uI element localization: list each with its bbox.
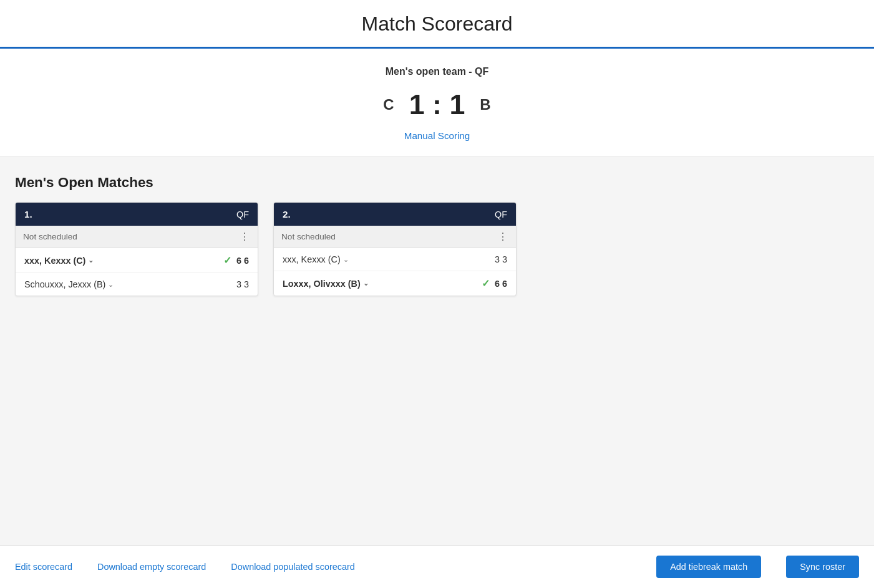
- match-menu-1[interactable]: ⋮: [240, 231, 250, 243]
- chevron-icon: ⌄: [343, 256, 349, 264]
- sync-roster-button[interactable]: Sync roster: [786, 556, 859, 578]
- match-num-2: 2.: [283, 209, 291, 219]
- player-name-1-2[interactable]: Schouxxx, Jexxx (B) ⌄: [24, 279, 114, 289]
- match-schedule-row-1: Not scheduled⋮: [16, 226, 258, 248]
- match-card-2: 2.QFNot scheduled⋮xxx, Kexxx (C) ⌄3 3Lox…: [273, 202, 517, 296]
- match-card-header-1: 1.QF: [16, 203, 258, 226]
- score-value: 6 6: [236, 256, 249, 266]
- player-score-2-1: 3 3: [495, 254, 507, 264]
- score-section: Men's open team - QF C 1 : 1 B Manual Sc…: [0, 49, 874, 157]
- player-score-1-2: 3 3: [236, 279, 249, 289]
- score-value: 6 6: [495, 279, 507, 289]
- section-title: Men's Open Matches: [15, 175, 859, 191]
- matches-section: Men's Open Matches 1.QFNot scheduled⋮xxx…: [0, 157, 874, 545]
- match-player-row-1-2: Schouxxx, Jexxx (B) ⌄3 3: [16, 273, 258, 296]
- download-empty-link[interactable]: Download empty scorecard: [97, 562, 206, 572]
- manual-scoring-link[interactable]: Manual Scoring: [404, 130, 470, 141]
- score-value: 3 3: [495, 254, 507, 264]
- match-player-row-2-2: Loxxx, Olivxxx (B) ⌄✓6 6: [274, 271, 516, 296]
- match-player-row-2-1: xxx, Kexxx (C) ⌄3 3: [274, 248, 516, 271]
- match-round-2: QF: [495, 210, 507, 219]
- match-card-header-2: 2.QF: [274, 203, 516, 226]
- page-header: Match Scorecard: [0, 0, 874, 49]
- schedule-label-2: Not scheduled: [281, 232, 336, 241]
- match-round-1: QF: [236, 210, 249, 219]
- add-tiebreak-button[interactable]: Add tiebreak match: [656, 556, 761, 578]
- winner-check-icon: ✓: [223, 254, 231, 266]
- chevron-icon: ⌄: [108, 281, 114, 289]
- match-num-1: 1.: [24, 209, 32, 219]
- player-score-1-1: ✓6 6: [223, 254, 249, 266]
- schedule-label-1: Not scheduled: [23, 232, 77, 241]
- page-title: Match Scorecard: [0, 12, 874, 36]
- footer-bar: Edit scorecard Download empty scorecard …: [0, 545, 874, 588]
- download-populated-link[interactable]: Download populated scorecard: [231, 562, 354, 572]
- player-name-2-2[interactable]: Loxxx, Olivxxx (B) ⌄: [283, 279, 369, 289]
- edit-scorecard-link[interactable]: Edit scorecard: [15, 562, 72, 572]
- matches-grid: 1.QFNot scheduled⋮xxx, Kexxx (C) ⌄✓6 6Sc…: [15, 202, 859, 296]
- match-player-row-1-1: xxx, Kexxx (C) ⌄✓6 6: [16, 248, 258, 273]
- score-row: C 1 : 1 B: [12, 89, 862, 120]
- team-b-letter: B: [480, 96, 490, 113]
- match-subtitle: Men's open team - QF: [12, 66, 862, 77]
- chevron-icon: ⌄: [363, 279, 369, 287]
- match-card-1: 1.QFNot scheduled⋮xxx, Kexxx (C) ⌄✓6 6Sc…: [15, 202, 258, 296]
- chevron-icon: ⌄: [88, 256, 94, 264]
- team-a-letter: C: [383, 96, 394, 113]
- player-score-2-2: ✓6 6: [482, 277, 507, 289]
- match-menu-2[interactable]: ⋮: [498, 231, 508, 243]
- player-name-2-1[interactable]: xxx, Kexxx (C) ⌄: [283, 254, 349, 264]
- match-schedule-row-2: Not scheduled⋮: [274, 226, 516, 248]
- score-value: 3 3: [236, 279, 249, 289]
- player-name-1-1[interactable]: xxx, Kexxx (C) ⌄: [24, 256, 94, 266]
- winner-check-icon: ✓: [482, 277, 490, 289]
- score-display: 1 : 1: [409, 89, 465, 120]
